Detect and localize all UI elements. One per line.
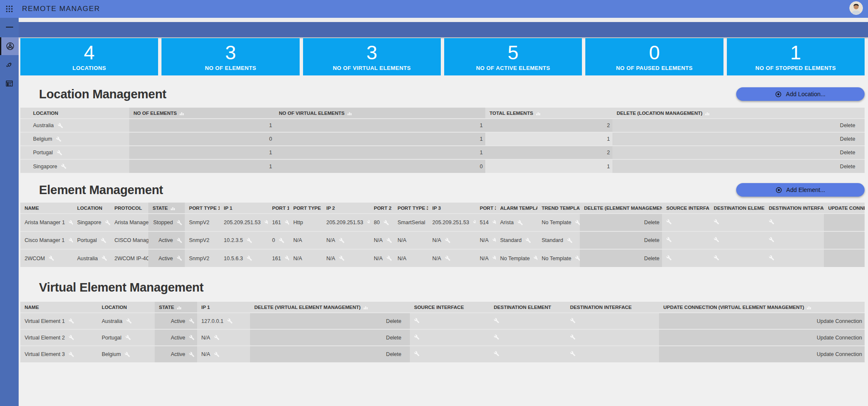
delete-link[interactable]: Delete [644,256,659,261]
edit-icon[interactable] [414,351,420,356]
col-header-total-elements[interactable]: TOTAL ELEMENTS [485,108,612,119]
edit-icon[interactable] [575,220,580,225]
edit-icon[interactable] [101,238,106,243]
edit-icon[interactable] [264,220,268,225]
edit-icon[interactable] [189,318,195,324]
edit-icon[interactable] [473,220,476,225]
edit-icon[interactable] [666,237,672,242]
sidebar-item-forms[interactable] [0,75,19,92]
edit-icon[interactable] [534,256,537,261]
col-header-ip-3[interactable]: IP 3 [428,203,476,214]
edit-icon[interactable] [714,237,719,242]
edit-icon[interactable] [214,335,220,340]
edit-icon[interactable] [494,318,499,323]
edit-icon[interactable] [227,318,233,324]
edit-icon[interactable] [279,238,284,243]
edit-icon[interactable] [105,220,110,225]
col-header-port-1[interactable]: PORT 1 [268,203,289,214]
edit-icon[interactable] [125,335,131,340]
edit-icon[interactable] [102,256,107,261]
edit-icon[interactable] [714,255,719,261]
edit-icon[interactable] [69,352,74,357]
avatar[interactable] [849,1,863,15]
edit-icon[interactable] [517,220,523,225]
edit-icon[interactable] [387,238,392,243]
edit-icon[interactable] [575,256,580,261]
col-header-ip-1[interactable]: IP 1 [220,203,268,214]
edit-icon[interactable] [492,220,496,225]
sidebar-item-topology[interactable] [0,37,19,55]
col-header-location[interactable]: LOCATION [97,302,155,313]
edit-icon[interactable] [69,238,73,243]
edit-icon[interactable] [494,334,499,340]
edit-icon[interactable] [666,219,672,225]
delete-link[interactable]: Delete [386,335,407,341]
delete-link[interactable]: Delete [644,237,659,243]
col-header-port-type-1[interactable]: PORT TYPE 1 [185,203,220,214]
edit-icon[interactable] [285,256,289,261]
col-header-alarm-template[interactable]: ALARM TEMPLATE [496,203,537,214]
col-header-state[interactable]: STATE [148,203,185,214]
col-header-location[interactable]: LOCATION [20,108,129,119]
add-element-button[interactable]: Add Element... [736,183,865,197]
edit-icon[interactable] [125,352,130,357]
update-connection-link[interactable]: Update Connection [817,335,862,341]
edit-icon[interactable] [247,238,252,243]
edit-icon[interactable] [177,220,182,225]
app-grid-icon[interactable] [0,0,19,18]
col-header-port-2[interactable]: PORT 2 [370,203,393,214]
edit-icon[interactable] [387,256,392,261]
col-header-destination-interface[interactable]: DESTINATION INTERFACE [566,302,659,313]
edit-icon[interactable] [285,220,289,225]
edit-icon[interactable] [57,150,62,156]
edit-icon[interactable] [214,352,220,357]
edit-icon[interactable] [384,220,389,225]
edit-icon[interactable] [56,136,61,142]
edit-icon[interactable] [445,238,451,243]
sidebar-item-connections[interactable] [0,56,19,74]
col-header-port-type-2[interactable]: PORT TYPE 2 [289,203,322,214]
col-header-delete-virtual[interactable]: DELETE (VIRTUAL ELEMENT MANAGEMENT) [250,302,410,313]
menu-icon[interactable] [0,18,19,36]
col-header-no-of-elements[interactable]: NO OF ELEMENTS [129,108,275,119]
edit-icon[interactable] [69,318,74,324]
edit-icon[interactable] [49,256,54,261]
edit-icon[interactable] [61,164,67,169]
edit-icon[interactable] [492,256,496,261]
col-header-trend-template[interactable]: TREND TEMPLATE [537,203,580,214]
col-header-location[interactable]: LOCATION [73,203,110,214]
edit-icon[interactable] [189,335,195,340]
edit-icon[interactable] [494,351,499,356]
edit-icon[interactable] [445,256,451,261]
col-header-destination-element[interactable]: DESTINATION ELEMENT [490,302,566,313]
edit-icon[interactable] [666,255,672,261]
edit-icon[interactable] [567,238,573,243]
col-header-name[interactable]: NAME [20,302,97,313]
edit-icon[interactable] [414,318,420,323]
delete-link[interactable]: Delete [386,318,407,324]
edit-icon[interactable] [69,335,74,340]
col-header-port-type-3[interactable]: PORT TYPE 3 [393,203,428,214]
edit-icon[interactable] [247,256,252,261]
edit-icon[interactable] [367,220,370,225]
col-header-ip-2[interactable]: IP 2 [322,203,370,214]
col-header-no-of-virtual-elements[interactable]: NO OF VIRTUAL ELEMENTS [275,108,485,119]
col-header-source-interface[interactable]: SOURCE INTERFACE [410,302,490,313]
edit-icon[interactable] [492,238,496,243]
col-header-update-connection-element[interactable]: UPDATE CONNECTION (ELEMENT MANAGEMENT) [824,203,865,214]
col-header-source-interface[interactable]: SOURCE INTERFACE [662,203,709,214]
edit-icon[interactable] [769,219,774,225]
edit-icon[interactable] [189,352,195,357]
col-header-protocol[interactable]: PROTOCOL [110,203,148,214]
delete-link[interactable]: Delete [386,351,407,357]
col-header-port-3[interactable]: PORT 3 [476,203,496,214]
col-header-state[interactable]: STATE [155,302,197,313]
delete-link[interactable]: Delete [644,220,659,225]
edit-icon[interactable] [58,123,63,128]
edit-icon[interactable] [714,219,719,225]
delete-link[interactable]: Delete [840,122,862,128]
update-connection-link[interactable]: Update Connection [817,351,862,357]
edit-icon[interactable] [339,238,345,243]
edit-icon[interactable] [570,318,576,323]
col-header-destination-element[interactable]: DESTINATION ELEMENT [709,203,765,214]
